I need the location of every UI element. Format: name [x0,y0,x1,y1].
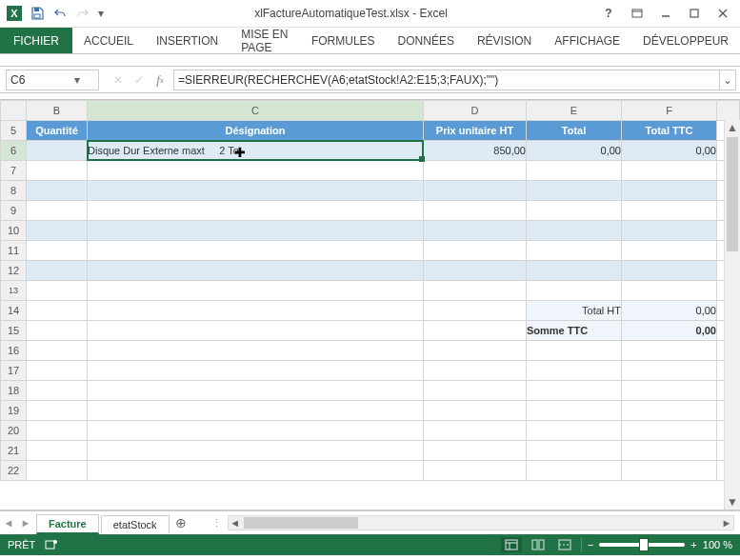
cell-b9[interactable] [27,201,88,221]
tab-formules[interactable]: FORMULES [300,28,387,53]
cell-e8[interactable] [527,181,622,201]
row-header-10[interactable]: 10 [1,221,27,241]
zoom-out-icon[interactable]: − [588,539,593,550]
row-header-11[interactable]: 11 [1,241,27,261]
name-box-dropdown-icon[interactable]: ▾ [52,73,98,87]
value-somme-ttc[interactable]: 0,00 [622,321,717,341]
cell-b10[interactable] [27,221,88,241]
cell-d10[interactable] [424,221,527,241]
cell-f10[interactable] [622,221,717,241]
scroll-right-icon[interactable]: ► [720,516,733,530]
minimize-icon[interactable] [652,3,679,24]
header-prix-unitaire[interactable]: Prix unitaire HT [424,121,527,141]
tab-mise-en-page[interactable]: MISE EN PAGE [230,28,300,53]
tab-developpeur[interactable]: DÉVELOPPEUR [631,28,740,53]
cell-e11[interactable] [527,241,622,261]
maximize-icon[interactable] [681,3,708,24]
vertical-scrollbar[interactable]: ▲ ▼ [724,120,740,510]
view-page-layout-icon[interactable] [528,537,549,552]
cell-f6[interactable]: 0,00 [622,141,717,161]
col-header-b[interactable]: B [27,101,88,121]
cell-f12[interactable] [622,261,717,281]
tab-donnees[interactable]: DONNÉES [387,28,466,53]
cell-b6[interactable] [27,141,88,161]
row-header-18[interactable]: 18 [1,381,27,401]
cell-f11[interactable] [622,241,717,261]
cell-c10[interactable] [88,221,424,241]
row-header-9[interactable]: 9 [1,201,27,221]
row-header-8[interactable]: 8 [1,181,27,201]
cell-d12[interactable] [424,261,527,281]
scroll-left-icon[interactable]: ◄ [229,516,242,530]
zoom-level[interactable]: 100 % [703,539,732,550]
row-header-16[interactable]: 16 [1,341,27,361]
formula-bar[interactable]: =SIERREUR(RECHERCHEV(A6;etatStock!A2:E15… [173,70,719,90]
file-tab[interactable]: FICHIER [0,28,72,53]
row-header-12[interactable]: 12 [1,261,27,281]
cell-c12[interactable] [88,261,424,281]
help-icon[interactable]: ? [595,3,622,24]
row-header-7[interactable]: 7 [1,161,27,181]
row-header-13[interactable]: 13 [1,281,27,301]
cell-c9[interactable] [88,201,424,221]
cell-c6[interactable]: Disque Dur Externe maxt 2 To [88,141,424,161]
cell-d7[interactable] [424,161,527,181]
header-quantite[interactable]: Quantité [27,121,88,141]
cell-b7[interactable] [27,161,88,181]
label-total-ht[interactable]: Total HT [527,301,622,321]
cell-f9[interactable] [622,201,717,221]
cell-c7[interactable] [88,161,424,181]
row-header-21[interactable]: 21 [1,441,27,461]
tab-accueil[interactable]: ACCUEIL [72,28,145,53]
tab-revision[interactable]: RÉVISION [466,28,543,53]
ribbon-display-icon[interactable] [624,3,650,24]
cancel-formula-icon[interactable]: ✕ [109,70,128,90]
header-total-ttc[interactable]: Total TTC [622,121,717,141]
cell-b12[interactable] [27,261,88,281]
cell-d8[interactable] [424,181,527,201]
zoom-slider[interactable] [599,543,685,547]
row-header-15[interactable]: 15 [1,321,27,341]
col-header-e[interactable]: E [527,101,622,121]
expand-formula-bar-icon[interactable]: ⌄ [719,70,736,90]
cell-f7[interactable] [622,161,717,181]
qat-dropdown-icon[interactable]: ▾ [95,3,107,24]
new-sheet-icon[interactable]: ⊕ [170,515,192,530]
cell-e9[interactable] [527,201,622,221]
cell-d11[interactable] [424,241,527,261]
tab-nav-prev-icon[interactable]: ◄ [0,517,17,529]
sheet-tab-facture[interactable]: Facture [36,514,99,534]
redo-icon[interactable] [72,3,93,24]
insert-function-icon[interactable]: fx [150,70,170,90]
tab-affichage[interactable]: AFFICHAGE [543,28,631,53]
col-header-d[interactable]: D [424,101,527,121]
scroll-up-icon[interactable]: ▲ [725,120,740,135]
row-header-19[interactable]: 19 [1,401,27,421]
scroll-down-icon[interactable]: ▼ [725,494,740,510]
cell-e10[interactable] [527,221,622,241]
row-header-22[interactable]: 22 [1,461,27,481]
undo-icon[interactable] [50,3,70,24]
row-header-14[interactable]: 14 [1,301,27,321]
excel-icon[interactable]: X [4,3,25,24]
horizontal-scrollbar[interactable]: ◄ ► [228,515,734,530]
row-header-6[interactable]: 6 [1,141,27,161]
cell-b8[interactable] [27,181,88,201]
row-header-20[interactable]: 20 [1,421,27,441]
spreadsheet-area[interactable]: B C D E F 5 Quantité Désignation Prix un… [0,100,740,510]
value-total-ht[interactable]: 0,00 [622,301,717,321]
hscroll-thumb[interactable] [244,517,358,529]
cell-e12[interactable] [527,261,622,281]
sheet-tab-etatstock[interactable]: etatStock [101,515,170,533]
cell-c11[interactable] [88,241,424,261]
col-header-f[interactable]: F [622,101,717,121]
cell-f8[interactable] [622,181,717,201]
view-page-break-icon[interactable] [554,537,575,552]
cell-e6[interactable]: 0,00 [527,141,622,161]
row-header-5[interactable]: 5 [1,121,27,141]
tab-nav-next-icon[interactable]: ► [17,517,34,529]
cell-d6[interactable]: 850,00 [424,141,527,161]
cell-c8[interactable] [88,181,424,201]
col-header-c[interactable]: C [88,101,424,121]
close-icon[interactable] [710,3,736,24]
